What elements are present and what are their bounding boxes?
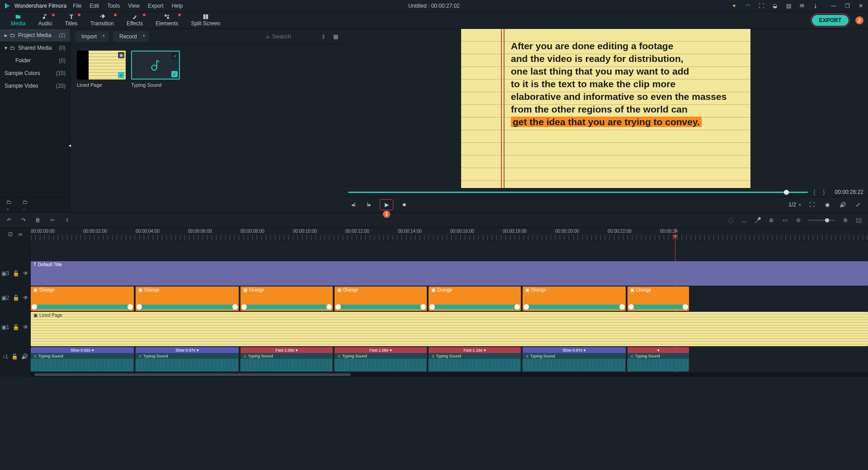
clip-typing-sound[interactable]: Slow 0.97x ▾♫Typing Sound (523, 347, 626, 371)
mute-icon[interactable]: 🔊 (22, 353, 28, 360)
tab-transition[interactable]: Transition (84, 14, 120, 27)
media-item-typing-sound[interactable]: ♫ ✓ Typing Sound (131, 51, 180, 88)
tab-audio[interactable]: Audio (32, 14, 59, 27)
display-icon[interactable]: ⛶ (807, 200, 816, 209)
clip-orange[interactable]: ▣Orange (523, 287, 626, 311)
collapse-sidebar-icon[interactable]: ◂ (69, 142, 71, 147)
sidebar-item-project-media[interactable]: ▸🗀Project Media (2) (0, 29, 70, 42)
eye-icon[interactable]: 👁 (23, 270, 29, 277)
clip-orange[interactable]: ▣Orange (627, 287, 689, 311)
link-icon[interactable]: ⫘ (17, 231, 24, 237)
delete-folder-icon[interactable]: 🗀₋ (23, 202, 30, 209)
user-icon[interactable]: ◒ (771, 2, 778, 9)
tab-titles[interactable]: Titles (58, 14, 84, 27)
clip-orange[interactable]: ▣Orange (335, 287, 427, 311)
sidebar-item-count: (0) (59, 45, 66, 51)
clip-orange[interactable]: ▣Orange (136, 287, 239, 311)
maximize-icon[interactable]: ❐ (844, 2, 851, 9)
preview-text: After you are done editing a footage and… (511, 40, 732, 128)
mail-icon[interactable]: ✉ (798, 2, 806, 9)
timeline-ruler[interactable]: 00:00:00:00 00:00:02:00 00:00:04:00 00:0… (31, 228, 868, 240)
tab-effects[interactable]: Effects (120, 14, 149, 27)
tab-elements[interactable]: Elements (149, 14, 184, 27)
sidebar-item-sample-colors[interactable]: Sample Colors (15) (0, 67, 70, 80)
menu-export[interactable]: Export (148, 3, 164, 9)
clip-typing-sound[interactable]: Fast 1.19x ▾♫Typing Sound (429, 347, 521, 371)
close-icon[interactable]: ✕ (857, 2, 864, 9)
volume-icon[interactable]: 🔊 (838, 200, 847, 209)
snapshot-icon[interactable]: ◉ (823, 200, 832, 209)
clip-typing-sound[interactable]: Fast 1.08x ▾♫Typing Sound (241, 347, 333, 371)
voiceover-icon[interactable]: 🎤 (754, 216, 761, 224)
zoom-in-icon[interactable]: ⊕ (842, 216, 849, 224)
grid-view-icon[interactable]: ▦ (332, 33, 339, 40)
media-item-lined-page[interactable]: ▣ ✓ Lined Page (77, 51, 126, 88)
scrub-track[interactable] (348, 192, 808, 193)
next-frame-icon[interactable]: I▸ (364, 200, 373, 209)
import-dropdown[interactable]: Import (75, 31, 108, 42)
search-input[interactable] (272, 33, 313, 40)
export-button[interactable]: EXPORT (812, 15, 849, 26)
redo-icon[interactable]: ↷ (20, 216, 27, 224)
frame-icon[interactable]: ▭ (781, 216, 788, 224)
menu-view[interactable]: View (128, 3, 140, 9)
minimize-icon[interactable]: — (830, 2, 837, 9)
menu-help[interactable]: Help (172, 3, 183, 9)
clip-orange[interactable]: ▣Orange (31, 287, 134, 311)
filter-icon[interactable]: ⫿ (320, 33, 327, 40)
timeline-scrollbar[interactable] (31, 372, 868, 377)
track-id: ▣3 (1, 270, 9, 277)
mark-in-out-icon[interactable]: { } (813, 188, 827, 196)
clip-orange[interactable]: ▣Orange (429, 287, 521, 311)
menu-tools[interactable]: Tools (107, 3, 120, 9)
sidebar-item-shared-media[interactable]: ▾🗀Shared Media (0) (0, 42, 70, 54)
menu-file[interactable]: File (73, 3, 81, 9)
marker-icon[interactable]: ◡ (741, 216, 748, 224)
gift-icon[interactable]: ⛶ (758, 2, 765, 9)
menu-edit[interactable]: Edit (90, 3, 99, 9)
transition-icon (99, 14, 106, 20)
sidebar-item-folder[interactable]: Folder (0) (0, 54, 70, 67)
lock-icon[interactable]: 🔓 (12, 353, 18, 360)
record-dropdown[interactable]: Record (113, 31, 149, 42)
clip-typing-sound[interactable]: Fast 1.08x ▾♫Typing Sound (335, 347, 427, 371)
scrub-handle[interactable] (784, 190, 789, 195)
clip-typing-sound[interactable]: Slow 0.92x ▾♫Typing Sound (31, 347, 134, 371)
zoom-out-icon[interactable]: ⊖ (795, 216, 802, 224)
zoom-fit-icon[interactable]: ▯▯ (855, 216, 863, 224)
lock-icon[interactable]: 🔓 (13, 295, 19, 301)
download-icon[interactable]: ⭳ (812, 2, 819, 9)
new-folder-icon[interactable]: 🗀₊ (6, 202, 14, 209)
clip-default-title[interactable]: TDefault Title (31, 261, 868, 286)
tab-media[interactable]: Media (5, 14, 32, 27)
lightbulb-icon[interactable]: ✦ (731, 2, 738, 9)
split-icon[interactable]: ✂ (49, 216, 56, 224)
scrollbar-thumb[interactable] (34, 373, 351, 376)
lock-icon[interactable]: 🔓 (13, 324, 19, 330)
stop-button-icon[interactable]: ■ (400, 200, 409, 209)
eye-icon[interactable]: 👁 (23, 295, 29, 301)
eye-icon[interactable]: 👁 (23, 324, 29, 330)
render-icon[interactable]: ◌ (727, 216, 734, 224)
delete-icon[interactable]: 🗑 (34, 216, 42, 224)
headphones-icon[interactable]: ◠ (744, 2, 751, 9)
clip-typing-sound[interactable]: ▾♫Typing Sound (627, 347, 689, 371)
play-button-icon[interactable]: ▶ (382, 200, 391, 209)
crop-icon[interactable]: ⫴ (63, 216, 71, 224)
auto-ripple-icon[interactable]: ⊡ (7, 231, 14, 237)
zoom-slider[interactable] (808, 220, 835, 221)
clip-typing-sound[interactable]: Slow 0.97x ▾♫Typing Sound (136, 347, 239, 371)
prev-frame-icon[interactable]: ◂I (349, 200, 358, 209)
fullscreen-icon[interactable]: ⤢ (854, 200, 863, 209)
preview-zoom[interactable]: 1/2 ▾ (788, 202, 801, 208)
clip-orange[interactable]: ▣Orange (241, 287, 333, 311)
lock-icon[interactable]: 🔓 (13, 270, 19, 277)
clip-lined-page[interactable]: ▣Lined Page (31, 312, 868, 346)
undo-icon[interactable]: ↶ (5, 216, 13, 224)
save-icon[interactable]: ▤ (785, 2, 792, 9)
tab-splitscreen[interactable]: Split Screen (184, 14, 226, 27)
timeline-tracks[interactable]: 00:00:00:00 00:00:02:00 00:00:04:00 00:0… (31, 228, 868, 377)
sidebar-item-sample-video[interactable]: Sample Video (20) (0, 80, 70, 92)
image-type-icon: ▣ (337, 287, 341, 292)
mixer-icon[interactable]: ≣ (768, 216, 775, 224)
